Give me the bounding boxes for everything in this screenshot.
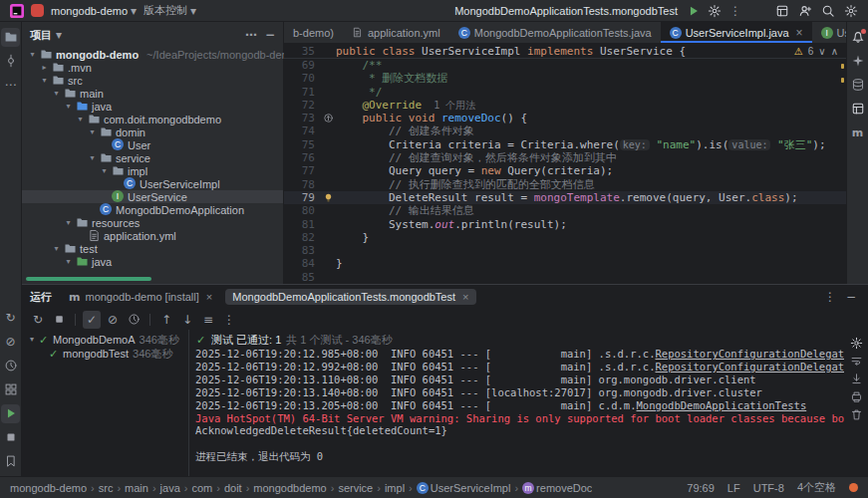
- stop-button[interactable]: [50, 311, 68, 329]
- editor-tab-userserviceimpl-java[interactable]: CUserServiceImpl.java×: [661, 22, 812, 43]
- code-line-77[interactable]: 77 Query query = new Query(criteria);: [284, 164, 846, 177]
- editor-tab-mongodbdemoapplicationtests-java[interactable]: CMongodbDemoApplicationTests.java: [449, 22, 661, 43]
- commit-tool-button[interactable]: [1, 52, 20, 71]
- hide-panel-icon[interactable]: −: [265, 28, 275, 42]
- code-line-83[interactable]: 83: [284, 244, 846, 257]
- project-tool-button[interactable]: [1, 28, 20, 47]
- plugins-icon[interactable]: [775, 4, 789, 18]
- code-line-78[interactable]: 78 // 执行删除查找到的匹配的全部文档信息: [284, 178, 846, 191]
- code-line-71[interactable]: 71 */: [284, 86, 846, 99]
- code-line-79[interactable]: 79 DeleteResult result = mongoTemplate.r…: [284, 191, 846, 204]
- services-tool-button[interactable]: [1, 380, 20, 399]
- close-icon[interactable]: ×: [462, 291, 468, 303]
- console-link[interactable]: MongodbDemoApplicationTests: [637, 399, 807, 411]
- search-everywhere-icon[interactable]: [821, 4, 835, 18]
- run-configuration-selector[interactable]: MongodbDemoApplicationTests.mongodbTest: [454, 5, 678, 17]
- code-line-72[interactable]: 72 @Override 1 个用法: [284, 99, 846, 112]
- maven-tool-button[interactable]: m: [848, 124, 867, 142]
- code-editor[interactable]: 35 public class UserServiceImpl implemen…: [284, 44, 846, 284]
- notifications-button[interactable]: [848, 28, 867, 47]
- tree-item-java[interactable]: ▾java: [22, 255, 283, 268]
- code-line-85[interactable]: 85: [284, 271, 846, 284]
- tree-item-impl[interactable]: ▾impl: [22, 164, 283, 177]
- console-settings-button[interactable]: [847, 334, 865, 352]
- more-options-icon[interactable]: ⋮: [824, 290, 836, 304]
- tree-item-test[interactable]: ▾test: [22, 242, 283, 255]
- close-icon[interactable]: ×: [206, 291, 212, 303]
- code-line-80[interactable]: 80 // 输出结果信息: [284, 204, 846, 217]
- scrollbar-thumb[interactable]: [26, 277, 151, 281]
- soft-wrap-button[interactable]: [847, 352, 865, 370]
- next-test-button[interactable]: ↓: [178, 311, 196, 329]
- problems-widget[interactable]: ⚠ 6 ∨ ∧: [794, 44, 846, 58]
- run-tab-mongodb-demo-install[interactable]: mmongodb-demo [install]×: [62, 289, 219, 305]
- code-line-84[interactable]: 84}: [284, 257, 846, 270]
- more-actions-icon[interactable]: ⋮: [728, 4, 742, 18]
- clear-console-button[interactable]: [847, 405, 865, 423]
- breadcrumb-item-java[interactable]: java: [160, 482, 180, 494]
- tree-item-mongodb-demo[interactable]: ▾mongodb-demo~/IdeaProjects/mongodb-demo: [22, 48, 283, 61]
- rerun-button[interactable]: ↻: [29, 311, 47, 329]
- editor-tab-b-demo[interactable]: b-demo): [284, 22, 343, 43]
- tree-item-application-yml[interactable]: application.yml: [22, 229, 283, 242]
- run-button[interactable]: [687, 4, 701, 18]
- tree-item-domin[interactable]: ▾domin: [22, 125, 283, 138]
- test-tree-item-mongodbtest[interactable]: ✓mongodbTest346毫秒: [22, 347, 188, 361]
- run-tab-mongodbdemoapplicationtests-mongodbtest[interactable]: MongodbDemoApplicationTests.mongodbTest×: [225, 289, 475, 305]
- bookmarks-tool-button[interactable]: [1, 452, 20, 471]
- more-tool-windows-button[interactable]: ⋯: [1, 76, 20, 95]
- console-output[interactable]: 2025-12-06T19:20:12.985+08:00 INFO 60451…: [195, 348, 844, 463]
- project-menu[interactable]: mongodb-demo ▾: [51, 5, 137, 17]
- show-passed-toggle[interactable]: ✓: [83, 311, 101, 329]
- dependencies-tool-button[interactable]: [848, 100, 867, 119]
- rerun-tool-button[interactable]: ↻: [1, 309, 20, 328]
- sort-by-duration-toggle[interactable]: [125, 311, 143, 329]
- tree-item-src[interactable]: ▾src: [22, 74, 283, 87]
- warning-stripe-mark[interactable]: [841, 78, 844, 83]
- tree-item-com-doit-mongodbdemo[interactable]: ▾com.doit.mongodbdemo: [22, 113, 283, 125]
- code-line-69[interactable]: 69 /**: [284, 59, 846, 72]
- close-icon[interactable]: ×: [796, 26, 803, 40]
- project-avatar[interactable]: [31, 4, 44, 17]
- next-problem-icon[interactable]: ∨: [818, 44, 825, 59]
- database-tool-button[interactable]: [848, 76, 867, 95]
- code-line-81[interactable]: 81 System.out.println(result);: [284, 218, 846, 231]
- code-with-me-icon[interactable]: [798, 4, 812, 18]
- breadcrumb-item-impl[interactable]: impl: [385, 482, 405, 494]
- show-ignored-toggle[interactable]: ⊘: [104, 311, 122, 329]
- file-encoding[interactable]: UTF-8: [753, 482, 784, 494]
- code-line-82[interactable]: 82 }: [284, 231, 846, 244]
- more-actions-button[interactable]: ⋮: [220, 311, 238, 329]
- breadcrumb-item-mongodbdemo[interactable]: mongodbdemo: [253, 482, 326, 494]
- editor-tab-userservice-java[interactable]: IUserService.java: [812, 22, 846, 43]
- tree-item-java[interactable]: ▾java: [22, 100, 283, 113]
- test-tree-item-mongodbdemoa[interactable]: ▾✓MongodbDemoA346毫秒: [22, 333, 188, 347]
- cursor-position[interactable]: 79:69: [687, 482, 715, 494]
- run-tool-button[interactable]: [1, 404, 20, 423]
- mute-breakpoints-button[interactable]: ⊘: [1, 333, 20, 352]
- settings-icon[interactable]: [844, 4, 858, 18]
- print-button[interactable]: [847, 387, 865, 405]
- tree-item-mvn[interactable]: ▸.mvn: [22, 61, 283, 74]
- tree-item-user[interactable]: CUser: [22, 138, 283, 151]
- console-link[interactable]: RepositoryConfigurationDelegate: [655, 361, 844, 373]
- test-options-button[interactable]: ≡: [199, 311, 217, 329]
- line-separator[interactable]: LF: [727, 482, 740, 494]
- vcs-menu[interactable]: 版本控制 ▾: [144, 3, 196, 18]
- code-line-70[interactable]: 70 * 删除文档数据: [284, 72, 846, 85]
- previous-problem-icon[interactable]: ∧: [831, 44, 838, 59]
- intellij-logo-icon[interactable]: [10, 4, 24, 18]
- ai-assistant-button[interactable]: [848, 52, 867, 71]
- warning-stripe-mark[interactable]: [841, 64, 844, 69]
- hide-panel-icon[interactable]: −: [846, 290, 856, 304]
- project-panel-title[interactable]: 项目: [30, 28, 52, 43]
- history-tool-button[interactable]: [1, 357, 20, 375]
- code-line-75[interactable]: 75 Criteria criteria = Criteria.where(ke…: [284, 138, 846, 151]
- breadcrumb-item-main[interactable]: main: [125, 482, 148, 494]
- breadcrumb-item-doit[interactable]: doit: [224, 482, 242, 494]
- tree-item-mongodbdemoapplication[interactable]: CMongodbDemoApplication: [22, 203, 283, 216]
- console-link[interactable]: RepositoryConfigurationDelegate: [655, 348, 844, 360]
- breadcrumb-item-userserviceimpl[interactable]: CUserServiceImpl: [417, 482, 511, 494]
- notification-indicator[interactable]: [849, 483, 858, 492]
- breadcrumb-item-removedoc[interactable]: mremoveDoc: [522, 482, 592, 494]
